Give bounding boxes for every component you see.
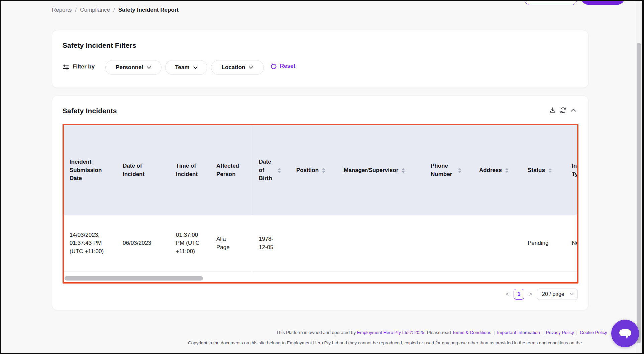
table-toolbar: [549, 107, 577, 114]
column-header-affected-person: Affected Person: [211, 125, 252, 215]
cell-affected-person: Alia Page: [211, 215, 252, 271]
breadcrumb-separator: /: [75, 7, 77, 13]
personnel-filter-dropdown[interactable]: Personnel: [105, 60, 162, 75]
cell-incident-type: Near Miss: [565, 215, 577, 271]
column-header-date-of-birth: Date of Birth: [252, 125, 291, 215]
breadcrumb-compliance[interactable]: Compliance: [80, 7, 110, 13]
sort-icon[interactable]: [548, 168, 552, 173]
previous-page-button[interactable]: <: [505, 291, 510, 298]
chevron-down-icon: [570, 293, 573, 296]
safety-incidents-table-highlight: Incident Submission Date Date of Inciden…: [63, 124, 578, 284]
column-header-address: Address: [473, 125, 522, 215]
filter-by-label: Filter by: [73, 63, 95, 70]
cell-position: [291, 215, 338, 271]
privacy-policy-link[interactable]: Privacy Policy: [546, 330, 574, 335]
footer-line-2: Copyright in the documents on this site …: [188, 340, 582, 345]
chat-bubble-icon: [618, 327, 633, 340]
vertical-scrollbar-thumb[interactable]: [637, 43, 641, 343]
safety-incidents-card: Safety Incidents Incident Submission Dat…: [52, 96, 588, 310]
column-header-position: Position: [291, 125, 338, 215]
breadcrumb-current-page: Safety Incident Report: [118, 7, 179, 13]
personnel-filter-label: Personnel: [116, 64, 143, 71]
reset-icon: [271, 63, 277, 69]
breadcrumb-separator: /: [113, 7, 115, 13]
cell-date-of-incident: 06/03/2023: [117, 215, 171, 271]
column-header-phone-number: Phone Number: [425, 125, 473, 215]
terms-and-conditions-link[interactable]: Terms & Conditions: [452, 330, 491, 335]
fixed-columns-divider: [252, 125, 252, 275]
filters-card-title: Safety Incident Filters: [63, 41, 136, 49]
employment-hero-link[interactable]: Employment Hero Pty Ltd © 2025: [357, 330, 424, 335]
footer-link-divider: |: [542, 330, 544, 335]
row-bottom-rule: [64, 271, 577, 272]
cell-incident-submission-date: 14/03/2023, 01:37:43 PM (UTC +11:00): [64, 215, 117, 271]
table-row[interactable]: 14/03/2023, 01:37:43 PM (UTC +11:00) 06/…: [64, 215, 577, 271]
current-page-button[interactable]: 1: [514, 289, 524, 300]
location-filter-label: Location: [222, 64, 245, 71]
cell-status: Pending: [522, 215, 565, 271]
sort-icon[interactable]: [505, 168, 509, 173]
cell-manager-supervisor: [338, 215, 425, 271]
download-icon[interactable]: [549, 107, 556, 114]
sliders-filter-icon: [63, 64, 70, 72]
sort-icon[interactable]: [458, 168, 461, 173]
footer-line-1: This Platform is owned and operated by E…: [276, 330, 607, 335]
collapse-chevron-up-icon[interactable]: [570, 107, 577, 114]
cell-time-of-incident: 01:37:00 PM (UTC +11:00): [171, 215, 211, 271]
footer-link-divider: |: [494, 330, 495, 335]
footer-please-read-text: . Please read: [424, 330, 452, 335]
cell-address: [473, 215, 522, 271]
column-header-time-of-incident: Time of Incident: [171, 125, 211, 215]
reset-label: Reset: [280, 63, 295, 69]
column-header-status: Status: [522, 125, 565, 215]
page-size-value: 20 / page: [542, 291, 564, 297]
next-page-button[interactable]: >: [528, 291, 533, 298]
pagination: < 1 > 20 / page: [505, 289, 578, 300]
safety-incidents-table: Incident Submission Date Date of Inciden…: [64, 125, 577, 282]
primary-button-clipped[interactable]: [581, 0, 625, 5]
chevron-down-icon: [193, 66, 198, 69]
breadcrumb-reports[interactable]: Reports: [52, 7, 72, 13]
secondary-button-clipped[interactable]: [524, 0, 577, 5]
breadcrumb: Reports / Compliance / Safety Incident R…: [52, 7, 179, 13]
chevron-down-icon: [147, 66, 151, 69]
table-horizontal-scrollbar-thumb[interactable]: [65, 276, 203, 281]
reset-filters-button[interactable]: Reset: [271, 63, 295, 69]
table-header-row: Incident Submission Date Date of Inciden…: [64, 125, 577, 215]
column-header-manager-supervisor: Manager/Supervisor: [338, 125, 425, 215]
footer-ownership-text: This Platform is owned and operated by: [276, 330, 357, 335]
team-filter-label: Team: [175, 64, 189, 71]
safety-incident-filters-card: Safety Incident Filters Filter by Person…: [52, 30, 588, 88]
column-header-date-of-incident: Date of Incident: [117, 125, 171, 215]
sort-icon[interactable]: [402, 168, 405, 173]
column-header-incident-type: Incident Type: [565, 125, 577, 215]
sort-icon[interactable]: [322, 168, 325, 173]
location-filter-dropdown[interactable]: Location: [211, 60, 264, 75]
cell-phone-number: [425, 215, 473, 271]
chevron-down-icon: [249, 66, 253, 69]
cell-date-of-birth: 1978-12-05: [252, 215, 291, 271]
page-size-select[interactable]: 20 / page: [537, 289, 578, 300]
refresh-icon[interactable]: [559, 107, 567, 114]
important-information-link[interactable]: Important Information: [497, 330, 540, 335]
cookie-policy-link[interactable]: Cookie Policy: [580, 330, 607, 335]
chat-launcher-button[interactable]: [611, 320, 639, 347]
filter-row: Filter by Personnel Team Location Reset: [52, 60, 588, 75]
team-filter-dropdown[interactable]: Team: [165, 60, 207, 75]
sort-icon[interactable]: [278, 168, 281, 173]
column-header-incident-submission-date: Incident Submission Date: [64, 125, 117, 215]
incidents-card-title: Safety Incidents: [63, 107, 117, 115]
footer-link-divider: |: [576, 330, 577, 335]
